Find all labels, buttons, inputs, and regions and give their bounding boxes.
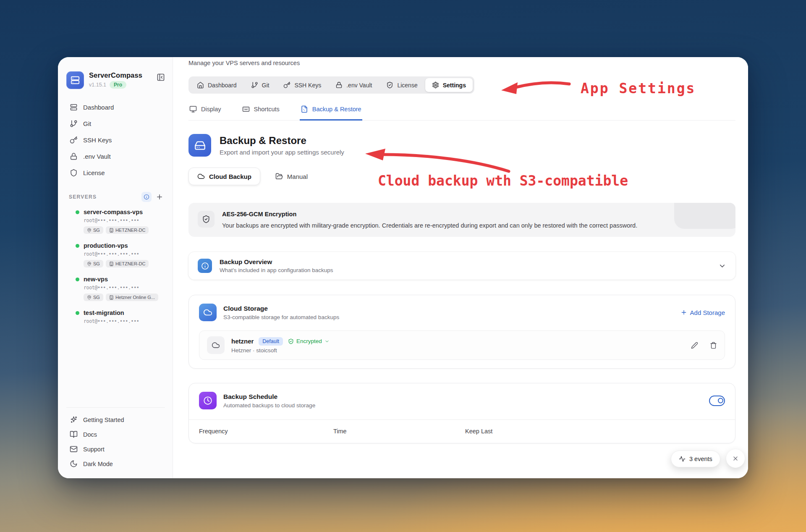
encrypted-label: Encrypted [296, 338, 322, 344]
sidebar-item-label: Support [83, 446, 105, 453]
info-icon [144, 194, 149, 200]
sidebar-item-dashboard[interactable]: Dashboard [66, 100, 165, 115]
map-pin-icon [87, 228, 92, 233]
server-host: root@•••.•••.•••.••• [84, 285, 165, 291]
provider-badge: Hetzner Online G... [106, 294, 158, 301]
book-icon [70, 430, 78, 438]
edit-storage-button[interactable] [691, 342, 698, 349]
column-label-keep-last: Keep Last [465, 428, 725, 435]
backup-overview-row[interactable]: Backup Overview What's included in app c… [188, 252, 735, 280]
badge-label: SG [93, 228, 100, 233]
overview-title: Backup Overview [220, 258, 333, 265]
sidebar-item-label: Getting Started [83, 417, 124, 423]
sidebar-item-label: Docs [83, 431, 97, 438]
tab-ssh-keys[interactable]: SSH Keys [277, 78, 328, 92]
chevron-down-icon [324, 339, 330, 344]
plus-icon [680, 309, 687, 316]
sidebar-item-label: Dashboard [83, 104, 114, 111]
tab-label: Display [201, 106, 221, 113]
tab-label: Settings [443, 82, 466, 89]
cloud-icon [203, 308, 212, 317]
settings-tab-bar: Display Shortcuts Backup & Restore [188, 105, 735, 121]
sidebar-item-docs[interactable]: Docs [66, 427, 165, 441]
close-events-button[interactable] [726, 449, 745, 468]
server-item[interactable]: production-vps root@•••.•••.•••.••• SG H… [66, 242, 165, 267]
building-icon [109, 262, 114, 266]
map-pin-icon [87, 295, 92, 300]
tab-env-vault[interactable]: .env Vault [329, 78, 379, 92]
encrypted-dropdown[interactable]: Encrypted [288, 338, 330, 344]
close-icon [732, 455, 739, 462]
status-dot [76, 210, 79, 214]
cloud-storage-card: Cloud Storage S3-compatible storage for … [188, 295, 735, 369]
delete-storage-button[interactable] [710, 342, 717, 349]
sidebar-collapse-icon[interactable] [157, 73, 165, 81]
tab-shortcuts[interactable]: Shortcuts [241, 105, 280, 121]
keyboard-icon [242, 105, 250, 113]
app-title: ServerCompass [89, 71, 142, 79]
badge-label: SG [93, 295, 100, 300]
schedule-toggle[interactable] [709, 396, 725, 406]
server-item[interactable]: new-vps root@•••.•••.•••.••• SG Hetzner … [66, 276, 165, 301]
shield-check-icon [386, 81, 393, 89]
shield-check-icon [288, 338, 294, 344]
mode-label: Manual [287, 173, 308, 180]
tab-display[interactable]: Display [188, 105, 222, 121]
clock-icon [203, 396, 212, 405]
add-storage-button[interactable]: Add Storage [680, 309, 725, 316]
sidebar-item-ssh-keys[interactable]: SSH Keys [66, 133, 165, 147]
server-logo-icon [71, 76, 80, 85]
add-server-button[interactable] [156, 193, 163, 201]
manual-pill[interactable]: Manual [267, 168, 316, 185]
storage-entry-row: hetzner Default Encrypted Hetzner · stoi… [199, 330, 725, 360]
tab-git[interactable]: Git [244, 78, 276, 92]
events-pill[interactable]: 3 events [671, 451, 720, 467]
add-storage-label: Add Storage [690, 309, 725, 316]
server-item[interactable]: server-compass-vps root@•••.•••.•••.••• … [66, 209, 165, 234]
cloud-storage-icon-box [199, 304, 217, 321]
lock-icon [70, 152, 78, 160]
badge-label: Hetzner Online G... [115, 295, 155, 300]
cloud-storage-subtitle: S3-compatible storage for automated back… [223, 314, 339, 320]
server-item[interactable]: test-migration root@•••.•••.•••.••• [66, 309, 165, 324]
default-badge: Default [259, 337, 283, 346]
sidebar-item-env-vault[interactable]: .env Vault [66, 149, 165, 164]
sidebar-item-support[interactable]: Support [66, 442, 165, 456]
activity-icon [679, 456, 686, 462]
sidebar-header: ServerCompass v1.15.1 Pro [66, 71, 165, 89]
tab-license[interactable]: License [379, 78, 424, 92]
encryption-title: AES-256-GCM Encryption [222, 211, 637, 218]
location-badge: SG [84, 260, 103, 267]
sidebar-item-license[interactable]: License [66, 165, 165, 180]
cloud-backup-pill[interactable]: Cloud Backup [188, 168, 260, 185]
section-title: Backup & Restore [220, 135, 344, 147]
status-dot [76, 311, 79, 315]
encryption-info-box: AES-256-GCM Encryption Your backups are … [188, 203, 735, 237]
pro-badge: Pro [110, 81, 126, 89]
info-icon [201, 262, 209, 270]
tab-dashboard[interactable]: Dashboard [190, 78, 243, 92]
location-badge: SG [84, 226, 103, 234]
divider [189, 419, 735, 420]
tab-label: Backup & Restore [312, 106, 361, 113]
key-icon [283, 81, 290, 89]
sidebar-item-label: License [83, 169, 105, 176]
chevron-down-icon[interactable] [718, 262, 726, 270]
sidebar-item-dark-mode[interactable]: Dark Mode [66, 457, 165, 471]
dashboard-icon [70, 103, 78, 111]
tab-settings[interactable]: Settings [425, 78, 473, 92]
main-content: Manage your VPS servers and resources Da… [173, 57, 748, 478]
tab-backup-restore[interactable]: Backup & Restore [300, 105, 362, 121]
server-host: root@•••.•••.•••.••• [84, 251, 165, 257]
decorative-shape [674, 203, 735, 229]
column-label-time: Time [333, 428, 465, 435]
sidebar-item-git[interactable]: Git [66, 116, 165, 131]
servers-info-button[interactable] [141, 192, 152, 202]
git-branch-icon [70, 120, 78, 128]
mail-icon [70, 445, 78, 453]
sidebar-item-getting-started[interactable]: Getting Started [66, 413, 165, 427]
app-window: ServerCompass v1.15.1 Pro Dashboard Git … [58, 57, 748, 478]
tab-label: .env Vault [346, 82, 372, 89]
schedule-title: Backup Schedule [223, 393, 315, 401]
git-branch-icon [251, 81, 258, 89]
